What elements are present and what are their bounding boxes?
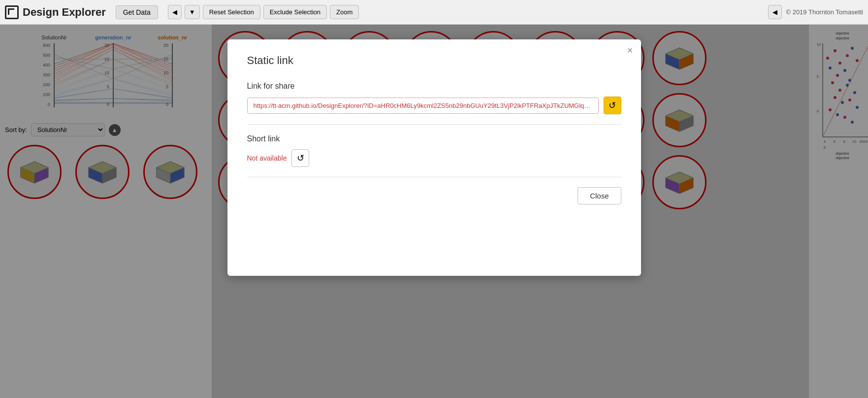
toolbar-left: ◀ ▼ Reset Selection Exclude Selection Zo…: [168, 5, 359, 19]
close-button[interactable]: Close: [578, 187, 621, 204]
link-for-share-label: Link for share: [247, 82, 621, 91]
copyright-text: © 2019 Thornton Tomasetti: [786, 8, 863, 16]
modal-footer: Close: [247, 187, 621, 204]
copy-short-link-button[interactable]: ↺: [291, 149, 309, 167]
top-bar: Design Explorer Get Data ◀ ▼ Reset Selec…: [0, 0, 868, 25]
back-arrow-button[interactable]: ◀: [168, 5, 182, 19]
main-content: SolutionNr generation_nr solution_nr 600…: [0, 25, 868, 398]
reset-selection-button[interactable]: Reset Selection: [203, 5, 260, 19]
copy-link-button[interactable]: ↺: [604, 97, 621, 114]
app-title: Design Explorer: [23, 6, 106, 19]
get-data-button[interactable]: Get Data: [116, 5, 158, 19]
modal-close-button[interactable]: ×: [627, 45, 633, 55]
short-link-label: Short link: [247, 134, 621, 143]
link-for-share-section: Link for share https://tt-acm.github.io/…: [247, 82, 621, 114]
right-arrow-button[interactable]: ◀: [768, 5, 782, 19]
logo-bracket-icon: [5, 5, 19, 19]
link-url-display: https://tt-acm.github.io/DesignExplorer/…: [247, 98, 599, 114]
copy-short-icon: ↺: [297, 153, 304, 164]
modal-overlay: × Static link Link for share https://tt-…: [0, 25, 868, 398]
footer-divider: [247, 177, 621, 177]
zoom-button[interactable]: Zoom: [330, 5, 359, 19]
section-divider: [247, 124, 621, 125]
down-arrow-button[interactable]: ▼: [185, 5, 200, 19]
exclude-selection-button[interactable]: Exclude Selection: [263, 5, 327, 19]
static-link-modal: × Static link Link for share https://tt-…: [227, 39, 641, 276]
toolbar-right: ◀ © 2019 Thornton Tomasetti: [768, 5, 863, 19]
short-link-row: Not available ↺: [247, 149, 621, 167]
app-logo: Design Explorer: [5, 5, 106, 19]
not-available-text: Not available: [247, 154, 287, 162]
link-url-row: https://tt-acm.github.io/DesignExplorer/…: [247, 97, 621, 114]
modal-title: Static link: [247, 54, 621, 67]
copy-icon: ↺: [609, 100, 616, 111]
short-link-section: Short link Not available ↺: [247, 134, 621, 167]
